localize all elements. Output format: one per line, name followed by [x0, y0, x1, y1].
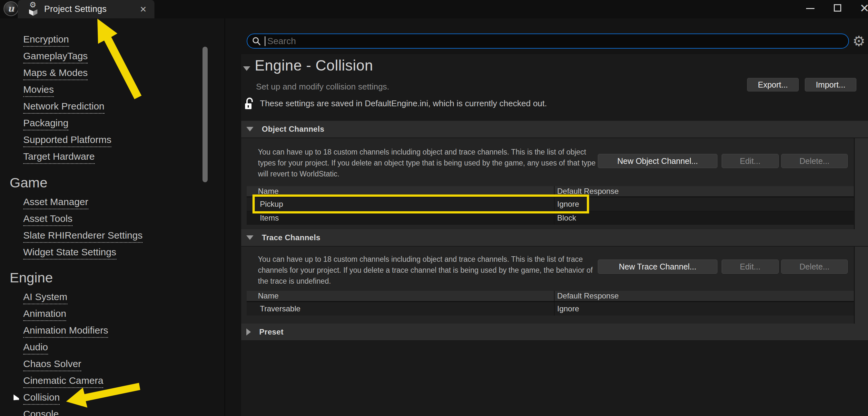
sidebar-item-asset-tools[interactable]: Asset Tools: [0, 211, 213, 228]
tab-close-icon[interactable]: ✕: [140, 4, 147, 14]
sidebar-item-movies[interactable]: Movies: [0, 82, 213, 99]
edit-object-channel-button[interactable]: Edit...: [722, 154, 779, 168]
preset-header[interactable]: Preset: [241, 323, 868, 341]
preset-expand-icon[interactable]: [246, 328, 251, 336]
import-button[interactable]: Import...: [805, 78, 857, 92]
delete-object-channel-button[interactable]: Delete...: [781, 154, 848, 168]
sidebar-item-audio[interactable]: Audio: [0, 340, 213, 356]
object-channels-collapse-icon[interactable]: [246, 127, 253, 131]
trace-channels-header[interactable]: Trace Channels: [241, 229, 868, 247]
project-settings-icon: ⚙: [27, 2, 40, 16]
sidebar-scrollbar-thumb[interactable]: [203, 47, 208, 182]
search-bar[interactable]: [247, 33, 849, 48]
sidebar-section-engine: Engine: [0, 269, 213, 286]
object-channels-description: You can have up to 18 custom channels in…: [258, 146, 603, 179]
tab-title: Project Settings: [44, 4, 107, 14]
sidebar-item-supported-platforms[interactable]: Supported Platforms: [0, 132, 213, 149]
selected-item-marker-icon: [13, 394, 19, 400]
new-trace-channel-button[interactable]: New Trace Channel...: [598, 259, 717, 274]
trace-channels-description: You can have up to 18 custom channels in…: [258, 254, 603, 286]
settings-nav-sidebar: Encryption GameplayTags Maps & Modes Mov…: [0, 19, 224, 416]
sidebar-item-encryption[interactable]: Encryption: [0, 32, 213, 48]
sidebar-item-maps-modes[interactable]: Maps & Modes: [0, 65, 213, 82]
delete-trace-channel-button[interactable]: Delete...: [781, 259, 848, 274]
edit-trace-channel-button[interactable]: Edit...: [722, 259, 779, 274]
page-subtitle: Set up and modify collision settings.: [256, 82, 389, 92]
column-divider[interactable]: [554, 291, 555, 301]
page-collapse-chevron-icon[interactable]: [243, 66, 250, 71]
new-object-channel-button[interactable]: New Object Channel...: [598, 154, 717, 168]
settings-detail-panel: Engine - Collision Set up and modify col…: [241, 54, 868, 416]
sidebar-item-console[interactable]: Console: [0, 407, 213, 416]
trace-channels-table: Name Default Response Traversable Ignore: [247, 291, 854, 316]
search-input[interactable]: [267, 36, 848, 46]
sidebar-item-collision[interactable]: Collision: [0, 390, 213, 407]
unreal-engine-logo-icon: u: [4, 1, 19, 16]
tab-project-settings[interactable]: ⚙ Project Settings ✕: [18, 0, 154, 19]
sidebar-item-chaos-solver[interactable]: Chaos Solver: [0, 356, 213, 373]
export-button[interactable]: Export...: [747, 78, 799, 92]
maximize-icon[interactable]: [834, 4, 841, 11]
nav-list: Encryption GameplayTags Maps & Modes Mov…: [0, 32, 213, 416]
search-icon: [252, 36, 261, 46]
sidebar-item-cinematic-camera[interactable]: Cinematic Camera: [0, 373, 213, 390]
object-channels-header[interactable]: Object Channels: [241, 121, 868, 138]
minimize-icon[interactable]: [806, 8, 814, 9]
window-titlebar: u ⚙ Project Settings ✕ ✕: [0, 0, 868, 19]
close-icon[interactable]: ✕: [860, 2, 868, 15]
sidebar-item-widget-state-settings[interactable]: Widget State Settings: [0, 245, 213, 262]
text-caret: [265, 36, 266, 46]
sidebar-item-gameplaytags[interactable]: GameplayTags: [0, 48, 213, 65]
sidebar-item-ai-system[interactable]: AI System: [0, 289, 213, 306]
sidebar-item-animation-modifiers[interactable]: Animation Modifiers: [0, 323, 213, 340]
page-title: Engine - Collision: [255, 57, 373, 74]
annotation-highlight-pickup-row: [252, 195, 589, 213]
view-options-gear-icon[interactable]: ⚙: [852, 33, 865, 49]
table-row-traversable[interactable]: Traversable Ignore: [247, 302, 854, 316]
sidebar-item-target-hardware[interactable]: Target Hardware: [0, 149, 213, 166]
sidebar-item-packaging[interactable]: Packaging: [0, 115, 213, 132]
sidebar-item-asset-manager[interactable]: Asset Manager: [0, 195, 213, 211]
checkout-notice: These settings are saved in DefaultEngin…: [260, 99, 547, 108]
table-header: Name Default Response: [247, 291, 854, 302]
column-divider: [554, 302, 555, 316]
sidebar-section-game: Game: [0, 174, 213, 192]
unlocked-padlock-icon: [244, 97, 257, 110]
sidebar-item-slate-rhirenderer-settings[interactable]: Slate RHIRenderer Settings: [0, 228, 213, 245]
panel-divider: [224, 19, 225, 416]
sidebar-item-network-prediction[interactable]: Network Prediction: [0, 99, 213, 115]
sidebar-item-animation[interactable]: Animation: [0, 306, 213, 323]
trace-channels-collapse-icon[interactable]: [246, 235, 253, 240]
